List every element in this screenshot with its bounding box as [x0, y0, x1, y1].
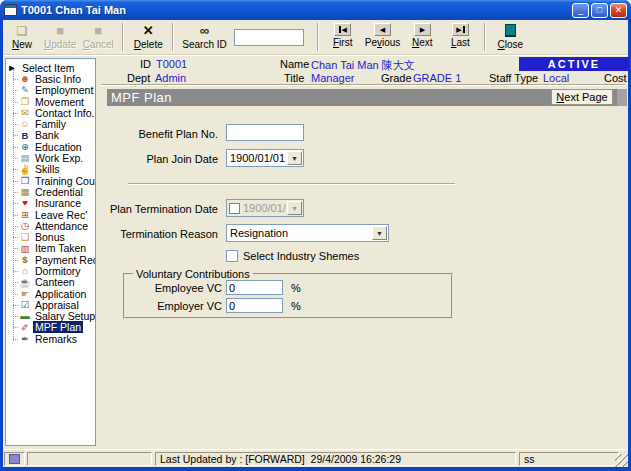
sidebar-item-insurance[interactable]: ♥Insurance	[6, 198, 95, 209]
title-label: Title	[284, 72, 304, 84]
status-square-icon	[9, 454, 20, 464]
sidebar-item-leave-rec[interactable]: ⊞Leave Rec'	[6, 209, 95, 220]
sidebar-item-label: Dormitory	[33, 265, 83, 277]
checklist-icon: ☑	[19, 300, 31, 310]
employer-vc-unit: %	[291, 300, 301, 312]
sidebar-item-label: Bank	[33, 129, 61, 141]
toolbar-previous-button[interactable]: ◀Pevious	[362, 22, 404, 53]
sidebar: ►Select Item☻Basic Info✎Employment❐Movem…	[5, 58, 96, 446]
app-icon	[4, 4, 17, 16]
employer-vc-input[interactable]	[226, 298, 283, 313]
sidebar-item-mpf-plan[interactable]: ✐MPF Plan	[6, 322, 95, 333]
employee-vc-unit: %	[291, 282, 301, 294]
resize-grip[interactable]	[615, 454, 628, 467]
close-button[interactable]: ✕	[610, 3, 627, 18]
sidebar-item-bank[interactable]: BBank	[6, 130, 95, 141]
sidebar-item-skills[interactable]: ✌Skills	[6, 164, 95, 175]
food-icon: ☕	[19, 278, 31, 288]
mpf-plan-icon: ✐	[19, 323, 31, 333]
sidebar-item-label: Remarks	[33, 333, 79, 345]
title-value: Manager	[311, 72, 354, 84]
sidebar-item-salary-setup[interactable]: ▬Salary Setup	[6, 311, 95, 322]
sidebar-item-label: Item Taken	[33, 242, 88, 254]
sidebar-item-canteen[interactable]: ☕Canteen	[6, 277, 95, 288]
toolbar-first-button[interactable]: ◀First	[324, 22, 362, 53]
toolbar-next-button[interactable]: ▶Next	[403, 22, 441, 53]
sidebar-item-label: Contact Info.	[33, 107, 96, 119]
plan-termination-date-value: 1900/01/01	[240, 202, 286, 214]
dept-label: Dept	[127, 72, 150, 84]
sidebar-item-appraisal[interactable]: ☑Appraisal	[6, 299, 95, 310]
select-industry-schemes-checkbox[interactable]	[226, 250, 238, 262]
sidebar-item-item-taken[interactable]: ▥Item Taken	[6, 243, 95, 254]
employee-vc-label: Employee VC	[102, 282, 222, 294]
toolbar-close-button[interactable]: Close	[491, 22, 529, 53]
sidebar-item-label: Skills	[33, 163, 62, 175]
termination-reason-combobox[interactable]: Resignation ▼	[226, 224, 389, 242]
form-divider	[128, 183, 455, 185]
sidebar-item-select-item[interactable]: ►Select Item	[6, 62, 95, 73]
titlebar: T0001 Chan Tai Man _ □ ✕	[0, 0, 631, 20]
toolbar-update-button[interactable]: ■Update	[41, 22, 79, 53]
toolbar-search-id-button[interactable]: ∞Search ID	[179, 22, 229, 53]
sidebar-item-basic-info[interactable]: ☻Basic Info	[6, 73, 95, 84]
termination-date-checkbox[interactable]	[229, 203, 240, 214]
training-icon: ❒	[19, 176, 31, 186]
next-page-button[interactable]: Next Page	[551, 89, 613, 105]
sidebar-item-remarks[interactable]: ✒Remarks	[6, 333, 95, 344]
sidebar-item-education[interactable]: ⊕Education	[6, 141, 95, 152]
sidebar-item-work-exp[interactable]: ▤Work Exp.	[6, 152, 95, 163]
plan-join-date-value: 1900/01/01	[227, 152, 286, 164]
sidebar-item-label: Family	[33, 118, 68, 130]
toolbar-cancel-button[interactable]: ■Cancel	[79, 22, 117, 53]
toolbar-last-button[interactable]: ▶Last	[441, 22, 479, 53]
binoculars-icon: ∞	[200, 23, 209, 38]
sidebar-item-credential[interactable]: ▦Credential	[6, 186, 95, 197]
sidebar-item-label: MPF Plan	[33, 321, 83, 333]
sidebar-item-label: Select Item	[20, 62, 77, 74]
section-header: MPF Plan Next Page	[107, 89, 627, 106]
minimize-button[interactable]: _	[572, 3, 589, 18]
red-book-icon: ▥	[19, 244, 31, 254]
sidebar-item-application[interactable]: ☛Application	[6, 288, 95, 299]
pin-icon: ✒	[19, 334, 31, 344]
toolbar-new-button[interactable]: ❏New	[3, 22, 41, 53]
sidebar-item-bonus[interactable]: ❑Bonus	[6, 231, 95, 242]
globe-icon: ⊕	[19, 142, 31, 152]
voluntary-contributions-label: Voluntary Contributions	[133, 268, 253, 280]
money-icon: ❑	[19, 232, 31, 242]
maximize-button[interactable]: □	[591, 3, 608, 18]
header-divider	[101, 84, 625, 86]
sidebar-item-training-course[interactable]: ❒Training Course	[6, 175, 95, 186]
termination-reason-value: Resignation	[227, 227, 371, 239]
sidebar-item-label: Canteen	[33, 276, 77, 288]
sidebar-item-contact-info[interactable]: ✉Contact Info.	[6, 107, 95, 118]
app-window: T0001 Chan Tai Man _ □ ✕ ❏New■Update■Can…	[0, 0, 631, 471]
toolbar-delete-button[interactable]: ✕Delete	[129, 22, 167, 53]
benefit-plan-no-input[interactable]	[226, 124, 304, 141]
sidebar-item-dormitory[interactable]: ⌂Dormitory	[6, 265, 95, 276]
plan-termination-date-combobox: 1900/01/01 ▼	[226, 199, 304, 217]
chevron-down-icon: ▼	[287, 201, 302, 215]
sidebar-item-payment-rec[interactable]: $Payment Rec'	[6, 254, 95, 265]
benefit-plan-no-label: Benefit Plan No.	[98, 128, 218, 140]
sidebar-item-employment[interactable]: ✎Employment	[6, 85, 95, 96]
voluntary-contributions-group: Voluntary Contributions	[123, 273, 453, 319]
status-icon-panel	[4, 452, 25, 466]
disabled-box-icon: ■	[56, 23, 64, 38]
disabled-box-icon: ■	[94, 23, 102, 38]
section-title: MPF Plan	[111, 90, 172, 105]
plan-join-date-combobox[interactable]: 1900/01/01 ▼	[226, 149, 304, 167]
toolbar-separator	[317, 23, 319, 51]
titlebar-buttons: _ □ ✕	[572, 3, 627, 18]
sidebar-item-movement[interactable]: ❐Movement	[6, 96, 95, 107]
employee-vc-input[interactable]	[226, 280, 283, 295]
sidebar-item-family[interactable]: ☺Family	[6, 118, 95, 129]
name-label: Name	[280, 58, 309, 70]
search-id-input[interactable]	[234, 29, 304, 46]
toolbar: ❏New■Update■Cancel✕Delete∞Search ID◀Firs…	[3, 20, 628, 55]
sidebar-item-label: Leave Rec'	[33, 209, 89, 221]
status-last-updated: Last Updated by : [FORWARD] 29/4/2009 16…	[155, 452, 516, 466]
grade-label: Grade	[381, 72, 412, 84]
sidebar-item-attendance[interactable]: ◷Attendance	[6, 220, 95, 231]
